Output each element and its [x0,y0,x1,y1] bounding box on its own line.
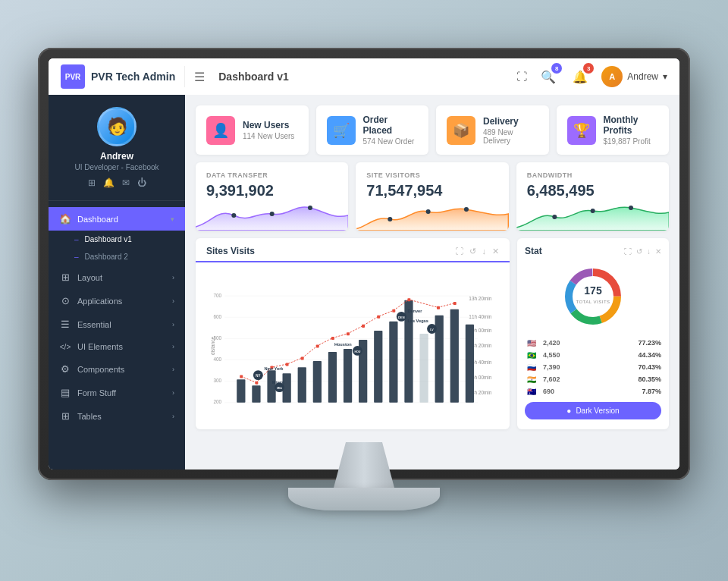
sites-refresh-icon[interactable]: ↺ [469,247,476,256]
monitor-stand-base [288,488,440,510]
nav-arrow: ▾ [171,215,174,223]
data-transfer-label: DATA TRANSFER [206,171,337,179]
country-row-br: 🇧🇷 4,550 44.34% [525,350,661,360]
sites-visits-title: Sites Visits [206,246,255,256]
sidebar-sub-dashboard-v2[interactable]: Dashboard 2 [49,248,185,265]
bandwidth-chart [516,200,669,231]
sidebar-item-tables[interactable]: ⊞ Tables › [49,404,185,428]
site-visitors-value: 71,547,954 [366,182,497,199]
pct-in: 80.35% [638,375,661,383]
sidebar-item-applications[interactable]: ⊙ Applications › [49,289,185,312]
user-name: Andrew [627,71,658,82]
pct-ru: 70.43% [638,363,661,371]
count-in: 7,602 [543,375,633,383]
sidebar-item-components[interactable]: ⚙ Components › [49,357,185,381]
sidebar-label-ui-elements: UI Elements [77,342,166,351]
svg-rect-33 [298,367,306,403]
pct-au: 7.87% [642,388,661,395]
fullscreen-icon[interactable]: ⛶ [516,71,527,83]
count-au: 690 [543,388,637,395]
data-transfer-chart [196,200,348,231]
stat-download-icon[interactable]: ↓ [647,247,651,256]
bottom-section: Sites Visits ⛶ ↺ ↓ ✕ [196,238,669,429]
tables-icon: ⊞ [59,410,71,422]
stat-refresh-icon[interactable]: ↺ [636,247,642,256]
user-menu[interactable]: A Andrew ▾ [601,66,667,87]
stat-close-icon[interactable]: ✕ [655,247,661,256]
search-badge: 8 [551,63,562,74]
svg-point-5 [464,207,469,212]
svg-rect-29 [237,379,245,403]
sidebar-item-ui-elements[interactable]: </> UI Elements › [49,336,185,357]
svg-point-0 [231,213,236,218]
topbar-divider [184,66,185,87]
pct-br: 44.34% [638,351,661,359]
search-button[interactable]: 🔍 8 [538,66,559,87]
stat-card-new-users: 👤 New Users 114 New Users [196,105,309,155]
svg-text:Miami: Miami [272,380,284,385]
svg-text:13h 20min: 13h 20min [469,296,491,301]
svg-point-8 [629,206,633,210]
svg-text:Houston: Houston [334,342,352,347]
sites-expand-icon[interactable]: ⛶ [455,247,463,256]
stat-card-monthly-profits: 🏆 Monthly Profits $19,887 Profit [557,105,670,155]
sidebar-label-essential: Essential [77,320,166,329]
sidebar-item-form-stuff[interactable]: ▤ Form Stuff › [49,381,185,404]
profile-icons: ⊞ 🔔 ✉ ⏻ [88,177,146,188]
metric-data-transfer: DATA TRANSFER 9,391,902 [196,162,348,231]
sidebar-label-tables: Tables [77,412,166,421]
topbar: PVR PVR Tech Admin ☰ Dashboard v1 ⛶ 🔍 8 … [49,58,679,95]
user-avatar-top: A [601,66,623,87]
email-icon[interactable]: ✉ [122,177,130,188]
sites-download-icon[interactable]: ↓ [482,247,487,256]
stat-cards: 👤 New Users 114 New Users 🛒 Order Placed… [196,105,669,155]
donut-chart-container: 175 TOTAL VISITS [525,262,661,331]
sidebar: 🧑 Andrew UI Developer - Facebook ⊞ 🔔 ✉ ⏻ [49,95,185,470]
nav-arrow-applications: › [172,297,174,305]
new-users-icon: 👤 [206,116,235,145]
topbar-actions: ⛶ 🔍 8 🔔 3 A Andrew ▾ [516,66,667,87]
country-row-us: 🇺🇸 2,420 77.23% [525,338,661,347]
sites-close-icon[interactable]: ✕ [492,247,499,256]
grid-icon[interactable]: ⊞ [88,177,96,188]
svg-point-4 [426,209,431,214]
svg-rect-31 [267,370,275,403]
svg-point-2 [308,206,312,210]
sidebar-sub-dashboard-v1[interactable]: Dashboard v1 [49,231,185,248]
flag-in: 🇮🇳 [525,375,538,384]
svg-point-6 [552,215,557,219]
svg-text:Denver: Denver [407,309,422,313]
sidebar-item-dashboard[interactable]: 🏠 Dashboard ▾ [49,207,185,231]
site-visitors-label: SITE VISITORS [366,171,497,179]
bandwidth-value: 6,485,495 [527,182,658,199]
flag-ru: 🇷🇺 [525,363,538,372]
svg-text:HOU: HOU [354,350,360,353]
menu-icon[interactable]: ☰ [194,70,205,84]
brand: PVR PVR Tech Admin [61,64,175,89]
sidebar-item-layout[interactable]: ⊞ Layout › [49,265,185,289]
power-icon[interactable]: ⏻ [137,177,146,188]
svg-text:MIA: MIA [277,387,282,390]
dark-version-button[interactable]: ● Dark Version [525,402,661,419]
sidebar-item-essential[interactable]: ☰ Essential › [49,312,185,336]
svg-text:TOTAL VISITS: TOTAL VISITS [576,300,610,304]
svg-point-7 [590,209,595,213]
svg-text:600: 600 [213,314,221,319]
monthly-profits-sub: $19,887 Profit [604,137,659,146]
bandwidth-label: BANDWIDTH [527,171,658,179]
layout-icon: ⊞ [59,272,71,283]
svg-text:200: 200 [213,399,221,404]
svg-text:Las Vegas: Las Vegas [407,319,428,323]
sites-visits-actions: ⛶ ↺ ↓ ✕ [455,247,500,256]
svg-rect-52 [347,332,350,335]
nav-arrow-form: › [172,389,174,397]
svg-text:11h 40min: 11h 40min [469,314,491,319]
notifications-button[interactable]: 🔔 3 [570,66,591,87]
stat-expand-icon[interactable]: ⛶ [624,247,632,256]
order-placed-title: Order Placed [363,115,419,136]
delivery-title: Delivery [483,116,538,127]
dark-version-label: Dark Version [576,407,619,415]
metric-bandwidth: BANDWIDTH 6,485,495 [516,162,669,231]
notification-icon[interactable]: 🔔 [103,177,115,188]
country-stats: 🇺🇸 2,420 77.23% 🇧🇷 4,550 44.34% [525,338,661,396]
